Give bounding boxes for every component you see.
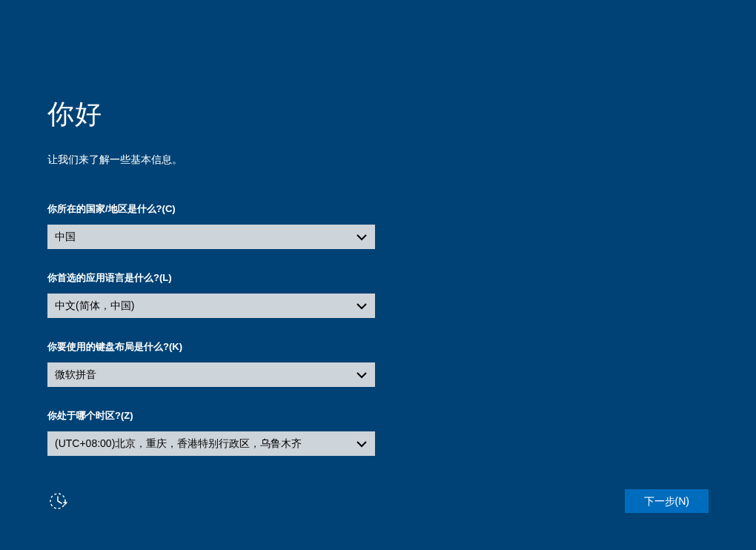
ease-of-access-icon[interactable] (47, 491, 68, 511)
language-field-group: 你首选的应用语言是什么?(L) 中文(简体，中国) (47, 271, 709, 318)
country-field-group: 你所在的国家/地区是什么?(C) 中国 (47, 202, 709, 249)
keyboard-dropdown[interactable]: 微软拼音 (47, 362, 375, 387)
keyboard-dropdown-value: 微软拼音 (55, 368, 356, 382)
country-dropdown[interactable]: 中国 (47, 225, 375, 249)
keyboard-label: 你要使用的键盘布局是什么?(K) (47, 340, 709, 354)
timezone-field-group: 你处于哪个时区?(Z) (UTC+08:00)北京，重庆，香港特别行政区，乌鲁木… (47, 409, 709, 456)
footer-bar: 下一步(N) (47, 489, 709, 513)
chevron-down-icon (356, 231, 368, 243)
timezone-dropdown[interactable]: (UTC+08:00)北京，重庆，香港特别行政区，乌鲁木齐 (47, 431, 375, 456)
language-label: 你首选的应用语言是什么?(L) (47, 271, 709, 285)
keyboard-field-group: 你要使用的键盘布局是什么?(K) 微软拼音 (47, 340, 709, 387)
chevron-down-icon (356, 438, 368, 450)
country-label: 你所在的国家/地区是什么?(C) (47, 202, 709, 216)
country-dropdown-value: 中国 (55, 231, 356, 244)
language-dropdown[interactable]: 中文(简体，中国) (47, 294, 375, 318)
timezone-label: 你处于哪个时区?(Z) (47, 409, 709, 423)
timezone-dropdown-value: (UTC+08:00)北京，重庆，香港特别行政区，乌鲁木齐 (55, 437, 356, 451)
chevron-down-icon (356, 369, 368, 381)
chevron-down-icon (356, 300, 368, 312)
page-subtitle: 让我们来了解一些基本信息。 (47, 153, 709, 167)
page-title: 你好 (47, 96, 709, 133)
language-dropdown-value: 中文(简体，中国) (55, 299, 356, 313)
next-button[interactable]: 下一步(N) (625, 489, 709, 513)
